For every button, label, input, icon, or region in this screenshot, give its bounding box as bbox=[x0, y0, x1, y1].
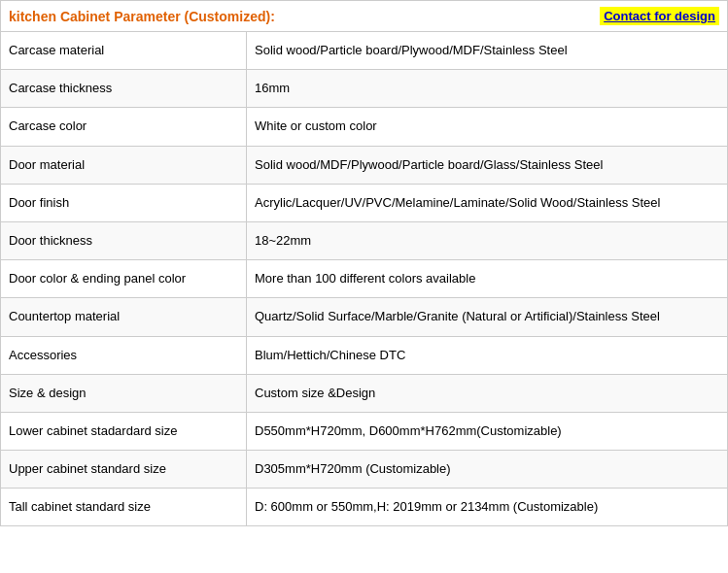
param-value: Solid wood/MDF/Plywood/Particle board/Gl… bbox=[247, 146, 728, 184]
param-label: Door thickness bbox=[1, 221, 247, 259]
param-label: Door finish bbox=[1, 184, 247, 221]
table-row: Door finishAcrylic/Lacquer/UV/PVC/Melami… bbox=[1, 184, 728, 221]
table-row: Carcase colorWhite or custom color bbox=[1, 108, 728, 146]
table-row: Door thickness18~22mm bbox=[1, 221, 728, 259]
param-value: D: 600mm or 550mm,H: 2019mm or 2134mm (C… bbox=[247, 489, 728, 526]
table-row: Door materialSolid wood/MDF/Plywood/Part… bbox=[1, 146, 728, 184]
param-label: Door color & ending panel color bbox=[1, 260, 247, 298]
param-value: More than 100 different colors available bbox=[247, 260, 728, 298]
contact-link[interactable]: Contact for design bbox=[600, 7, 719, 25]
param-label: Tall cabinet standard size bbox=[1, 489, 247, 526]
param-label: Size & design bbox=[1, 374, 247, 412]
param-label: Countertop material bbox=[1, 298, 247, 336]
param-label: Lower cabinet stadardard size bbox=[1, 412, 247, 450]
param-value: 18~22mm bbox=[247, 221, 728, 259]
param-value: 16mm bbox=[247, 70, 728, 108]
param-value: Solid wood/Particle board/Plywood/MDF/St… bbox=[247, 32, 728, 70]
param-value: Blum/Hettich/Chinese DTC bbox=[247, 336, 728, 374]
table-row: Carcase thickness16mm bbox=[1, 70, 728, 108]
table-row: Lower cabinet stadardard sizeD550mm*H720… bbox=[1, 412, 728, 450]
param-value: D305mm*H720mm (Customizable) bbox=[247, 451, 728, 489]
page-title: kitchen Cabinet Parameter (Customized): bbox=[9, 9, 275, 24]
param-value: Custom size &Design bbox=[247, 374, 728, 412]
table-row: Size & designCustom size &Design bbox=[1, 374, 728, 412]
param-label: Accessories bbox=[1, 336, 247, 374]
param-label: Carcase color bbox=[1, 108, 247, 146]
param-value: Acrylic/Lacquer/UV/PVC/Melamine/Laminate… bbox=[247, 184, 728, 221]
param-label: Door material bbox=[1, 146, 247, 184]
table-row: Carcase materialSolid wood/Particle boar… bbox=[1, 32, 728, 70]
param-value: Quartz/Solid Surface/Marble/Granite (Nat… bbox=[247, 298, 728, 336]
parameters-table: Carcase materialSolid wood/Particle boar… bbox=[0, 31, 728, 526]
param-label: Upper cabinet standard size bbox=[1, 451, 247, 489]
page-header: kitchen Cabinet Parameter (Customized): … bbox=[0, 0, 728, 31]
table-row: Upper cabinet standard sizeD305mm*H720mm… bbox=[1, 451, 728, 489]
table-row: Tall cabinet standard sizeD: 600mm or 55… bbox=[1, 489, 728, 526]
param-value: White or custom color bbox=[247, 108, 728, 146]
param-label: Carcase thickness bbox=[1, 70, 247, 108]
param-label: Carcase material bbox=[1, 32, 247, 70]
table-row: Countertop materialQuartz/Solid Surface/… bbox=[1, 298, 728, 336]
table-row: Door color & ending panel colorMore than… bbox=[1, 260, 728, 298]
param-value: D550mm*H720mm, D600mm*H762mm(Customizabl… bbox=[247, 412, 728, 450]
table-row: AccessoriesBlum/Hettich/Chinese DTC bbox=[1, 336, 728, 374]
